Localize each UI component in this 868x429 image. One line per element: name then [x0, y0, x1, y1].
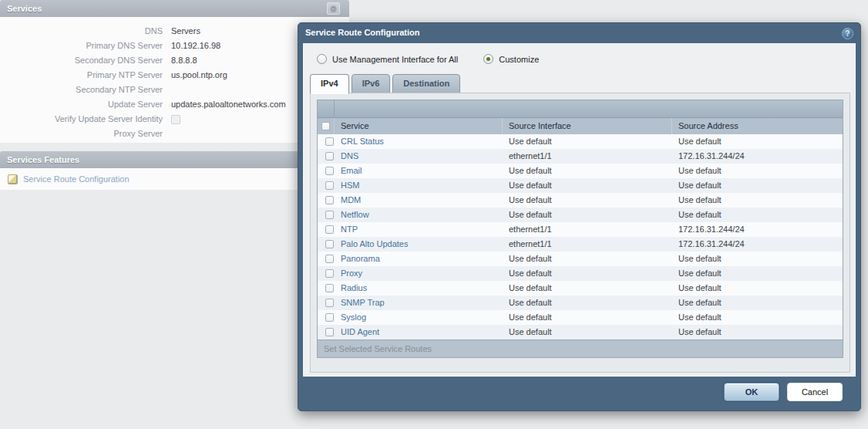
row-checkbox[interactable]	[325, 255, 334, 263]
service-route-table: Service Source Interface Source Address …	[317, 100, 843, 358]
source-interface-cell: Use default	[503, 281, 672, 296]
radio-label: Customize	[499, 55, 539, 64]
row-checkbox-cell	[318, 252, 335, 266]
service-cell: Proxy	[335, 266, 503, 281]
set-selected-service-routes-button[interactable]: Set Selected Service Routes	[318, 339, 843, 357]
source-interface-cell: Use default	[503, 178, 672, 193]
service-link[interactable]: SNMP Trap	[341, 298, 385, 307]
row-checkbox[interactable]	[325, 269, 334, 278]
row-checkbox[interactable]	[325, 240, 334, 248]
service-route-config-link[interactable]: Service Route Configuration	[23, 174, 130, 184]
row-checkbox[interactable]	[325, 181, 334, 190]
service-link[interactable]: Syslog	[341, 312, 366, 322]
table-row[interactable]: NTPethernet1/1172.16.31.244/24	[318, 222, 843, 237]
source-interface-cell: Use default	[503, 208, 672, 222]
cancel-button[interactable]: Cancel	[787, 383, 843, 401]
row-checkbox[interactable]	[325, 137, 334, 146]
source-address-cell: 172.16.31.244/24	[672, 149, 843, 164]
service-link[interactable]: CRL Status	[341, 137, 384, 146]
source-address-cell: Use default	[672, 252, 843, 266]
service-route-rows: CRL StatusUse defaultUse defaultDNSether…	[318, 134, 843, 339]
select-all-checkbox[interactable]	[321, 122, 330, 130]
table-row[interactable]: SNMP TrapUse defaultUse default	[318, 296, 843, 310]
table-row[interactable]: SyslogUse defaultUse default	[318, 310, 843, 325]
table-row[interactable]: ProxyUse defaultUse default	[318, 266, 843, 281]
service-cell: NTP	[335, 222, 503, 237]
service-cell: Radius	[335, 281, 503, 296]
row-checkbox-cell	[318, 325, 335, 339]
field-value	[171, 112, 180, 127]
row-checkbox-cell	[318, 193, 335, 208]
row-checkbox[interactable]	[325, 152, 334, 160]
service-cell: DNS	[335, 149, 503, 164]
services-panel-title: Services	[7, 4, 42, 13]
tab-ipv6[interactable]: IPv6	[352, 74, 391, 93]
radio-circle-selected-icon[interactable]	[483, 54, 493, 64]
source-interface-cell: Use default	[503, 252, 672, 266]
service-route-configuration-dialog: Service Route Configuration ? Use Manage…	[298, 22, 861, 411]
service-link[interactable]: Panorama	[341, 254, 380, 263]
tab-ipv4[interactable]: IPv4	[310, 74, 349, 94]
table-row[interactable]: RadiusUse defaultUse default	[318, 281, 843, 296]
table-row[interactable]: MDMUse defaultUse default	[318, 193, 843, 208]
radio-label: Use Management Interface for All	[332, 55, 458, 64]
radio-use-management-interface[interactable]: Use Management Interface for All	[317, 54, 458, 64]
row-checkbox[interactable]	[325, 211, 334, 219]
row-checkbox[interactable]	[325, 328, 334, 336]
service-link[interactable]: Palo Alto Updates	[341, 239, 408, 248]
source-address-cell: Use default	[672, 281, 843, 296]
column-header-source-interface[interactable]: Source Interface	[503, 118, 672, 134]
row-checkbox[interactable]	[325, 167, 334, 175]
row-checkbox-cell	[318, 222, 335, 237]
row-checkbox[interactable]	[325, 299, 334, 307]
service-link[interactable]: Proxy	[341, 269, 362, 278]
table-row[interactable]: CRL StatusUse defaultUse default	[318, 134, 843, 149]
table-row[interactable]: DNSethernet1/1172.16.31.244/24	[318, 149, 843, 164]
row-checkbox[interactable]	[325, 196, 334, 204]
verify-update-server-checkbox[interactable]	[171, 115, 180, 124]
row-checkbox-cell	[318, 149, 335, 164]
ok-button[interactable]: OK	[724, 383, 779, 401]
table-row[interactable]: UID AgentUse defaultUse default	[318, 325, 843, 339]
source-address-cell: Use default	[672, 325, 843, 339]
source-interface-cell: Use default	[503, 296, 672, 310]
service-cell: Netflow	[335, 208, 503, 222]
row-checkbox[interactable]	[325, 284, 334, 292]
service-cell: UID Agent	[335, 325, 503, 339]
radio-customize[interactable]: Customize	[483, 54, 539, 64]
service-link[interactable]: Radius	[341, 283, 367, 292]
table-row[interactable]: EmailUse defaultUse default	[318, 164, 843, 178]
source-interface-cell: ethernet1/1	[503, 149, 672, 164]
field-label: DNS	[0, 24, 171, 39]
service-link[interactable]: NTP	[341, 225, 358, 234]
tab-bar: IPv4 IPv6 Destination	[310, 74, 463, 93]
row-checkbox-cell	[318, 134, 335, 149]
source-interface-cell: Use default	[503, 325, 672, 339]
row-checkbox-cell	[318, 281, 335, 296]
service-link[interactable]: UID Agent	[341, 327, 379, 336]
column-header-service[interactable]: Service	[335, 118, 503, 134]
field-label: Proxy Server	[0, 127, 171, 141]
table-row[interactable]: HSMUse defaultUse default	[318, 178, 843, 193]
table-toolbar-left	[318, 100, 335, 117]
service-cell: Syslog	[335, 310, 503, 325]
service-link[interactable]: DNS	[341, 151, 358, 160]
gear-icon[interactable]: ⚙	[327, 2, 340, 15]
service-link[interactable]: Email	[341, 166, 362, 175]
help-icon[interactable]: ?	[842, 28, 853, 39]
table-row[interactable]: NetflowUse defaultUse default	[318, 208, 843, 222]
ipv4-tab-panel: Service Source Interface Source Address …	[310, 93, 850, 373]
service-link[interactable]: MDM	[341, 195, 361, 204]
row-checkbox[interactable]	[325, 225, 334, 234]
field-label: Verify Update Server Identity	[0, 112, 171, 127]
column-header-source-address[interactable]: Source Address	[672, 118, 843, 134]
radio-circle-icon[interactable]	[317, 54, 327, 64]
table-row[interactable]: Palo Alto Updatesethernet1/1172.16.31.24…	[318, 237, 843, 252]
service-link[interactable]: HSM	[341, 181, 359, 190]
tab-destination[interactable]: Destination	[392, 74, 460, 93]
row-checkbox[interactable]	[325, 313, 334, 322]
services-features-title: Services Features	[7, 155, 79, 164]
service-link[interactable]: Netflow	[341, 210, 369, 219]
dialog-titlebar: Service Route Configuration ?	[298, 23, 860, 43]
table-row[interactable]: PanoramaUse defaultUse default	[318, 252, 843, 266]
